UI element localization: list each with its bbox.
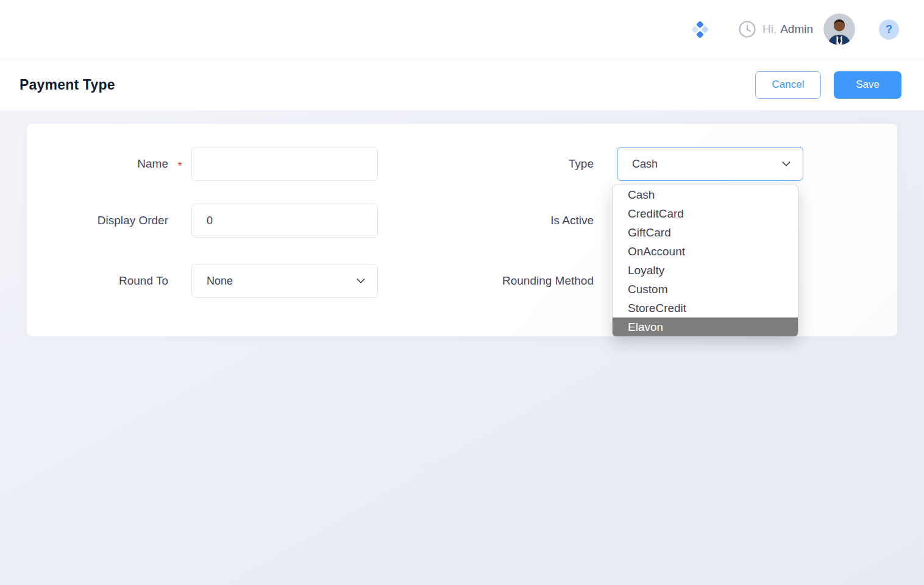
type-dropdown-list: Cash CreditCard GiftCard OnAccount Loyal… xyxy=(612,185,798,337)
apps-grid-icon[interactable] xyxy=(692,21,708,38)
round-to-select[interactable]: None xyxy=(191,264,378,298)
type-label: Type xyxy=(378,157,594,171)
content-area: Name * Type Cash Display Order Is Active xyxy=(0,110,924,336)
help-glyph: ? xyxy=(886,23,892,36)
round-to-label: Round To xyxy=(27,274,168,288)
save-button[interactable]: Save xyxy=(834,71,901,99)
dropdown-option-cash[interactable]: Cash xyxy=(613,185,798,204)
payment-type-form-card: Name * Type Cash Display Order Is Active xyxy=(27,124,897,336)
name-input[interactable] xyxy=(191,147,378,181)
required-asterisk: * xyxy=(168,156,191,172)
top-header: Hi, Admin ? xyxy=(0,0,924,59)
display-order-label: Display Order xyxy=(27,214,168,227)
clock-icon xyxy=(738,20,756,38)
greeting[interactable]: Hi, Admin xyxy=(738,20,813,38)
greeting-username: Admin xyxy=(780,23,813,36)
header-right-cluster: Hi, Admin ? xyxy=(692,13,899,45)
dropdown-option-loyalty[interactable]: Loyalty xyxy=(613,261,798,280)
form-row-name-type: Name * Type Cash xyxy=(27,147,897,181)
user-avatar[interactable] xyxy=(823,13,855,45)
chevron-down-icon xyxy=(782,158,791,166)
dropdown-option-storecredit[interactable]: StoreCredit xyxy=(613,299,798,317)
greeting-prefix: Hi, xyxy=(762,23,777,36)
rounding-method-label: Rounding Method xyxy=(378,274,594,288)
dropdown-option-custom[interactable]: Custom xyxy=(613,280,798,299)
display-order-input[interactable] xyxy=(191,204,378,238)
round-to-select-value: None xyxy=(207,275,233,288)
type-select[interactable]: Cash xyxy=(617,147,803,181)
type-select-value: Cash xyxy=(632,158,658,171)
name-label: Name xyxy=(27,157,168,171)
chevron-down-icon xyxy=(357,275,365,283)
dropdown-option-giftcard[interactable]: GiftCard xyxy=(613,223,798,242)
page-title: Payment Type xyxy=(20,77,115,93)
dropdown-option-elavon[interactable]: Elavon xyxy=(613,317,798,336)
cancel-button[interactable]: Cancel xyxy=(755,71,821,99)
dropdown-option-onaccount[interactable]: OnAccount xyxy=(613,242,798,261)
dropdown-option-creditcard[interactable]: CreditCard xyxy=(613,204,798,223)
title-actions: Cancel Save xyxy=(755,71,901,99)
is-active-label: Is Active xyxy=(378,214,594,227)
title-bar: Payment Type Cancel Save xyxy=(0,59,924,110)
help-icon[interactable]: ? xyxy=(879,20,899,40)
